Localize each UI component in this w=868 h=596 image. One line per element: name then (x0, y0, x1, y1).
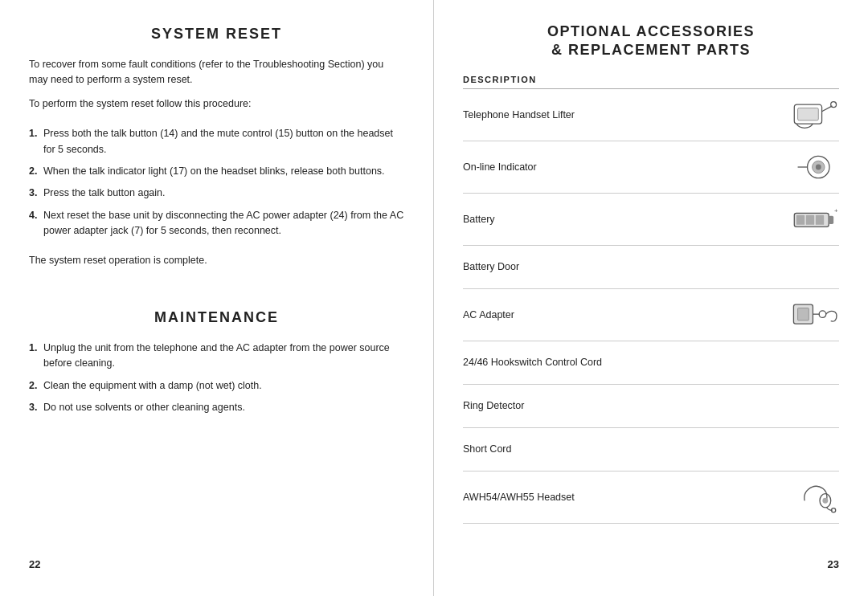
reset-step-4: 4.Next reset the base unit by disconnect… (29, 208, 404, 239)
page-container: SYSTEM RESET To recover from some fault … (0, 0, 868, 596)
svg-rect-11 (806, 215, 814, 225)
svg-text:+: + (834, 207, 838, 214)
svg-rect-9 (829, 215, 833, 223)
right-page-numbers: 22 23 (463, 534, 839, 570)
intro-p2: To perform the system reset follow this … (29, 96, 404, 112)
intro-p1: To recover from some fault conditions (r… (29, 57, 404, 88)
svg-point-6 (816, 164, 821, 169)
left-page-numbers: 22 (29, 534, 404, 570)
part-label-6: 24/46 Hookswitch Control Cord (463, 357, 775, 368)
svg-point-19 (822, 498, 828, 504)
phone-lifter-icon (775, 97, 839, 133)
online-indicator-icon (775, 149, 839, 185)
reset-step-3: 3.Press the talk button again. (29, 186, 404, 201)
headset-icon (775, 480, 839, 515)
right-column: OPTIONAL ACCESSORIES & REPLACEMENT PARTS… (434, 0, 868, 596)
part-label-5: AC Adapter (463, 309, 775, 320)
parts-row: Telephone Handset Lifter (463, 89, 839, 141)
maintenance-step-3: 3.Do not use solvents or other cleaning … (29, 400, 404, 415)
svg-rect-1 (798, 108, 819, 120)
maintenance-title: MAINTENANCE (29, 309, 404, 326)
parts-row: Battery + (463, 194, 839, 246)
part-label-2: On-line Indicator (463, 161, 775, 173)
right-page-number: 23 (828, 558, 839, 570)
description-header: DESCRIPTION (463, 75, 839, 89)
svg-rect-12 (816, 215, 824, 225)
parts-row: Ring Detector (463, 385, 839, 428)
part-label-1: Telephone Handset Lifter (463, 109, 775, 120)
svg-rect-10 (796, 215, 805, 225)
ac-adapter-icon (775, 297, 839, 333)
reset-step-2: 2.When the talk indicator light (17) on … (29, 164, 404, 179)
maintenance-step-2: 2.Clean the equipment with a damp (not w… (29, 378, 404, 394)
parts-row: Short Cord (463, 428, 839, 471)
svg-line-2 (822, 106, 833, 112)
parts-table: DESCRIPTION Telephone Handset Lifter (463, 75, 839, 524)
parts-row: 24/46 Hookswitch Control Cord (463, 341, 839, 385)
reset-step-1: 1.Press both the talk button (14) and th… (29, 126, 404, 157)
svg-rect-15 (798, 308, 809, 320)
maintenance-section: MAINTENANCE 1.Unplug the unit from the t… (29, 309, 404, 424)
part-label-7: Ring Detector (463, 400, 775, 411)
outro: The system reset operation is complete. (29, 253, 404, 268)
battery-icon: + (775, 202, 839, 237)
svg-point-17 (819, 311, 826, 318)
left-column: SYSTEM RESET To recover from some fault … (0, 0, 434, 596)
maintenance-step-1: 1.Unplug the unit from the telephone and… (29, 341, 404, 372)
maintenance-steps: 1.Unplug the unit from the telephone and… (29, 341, 404, 416)
part-label-4: Battery Door (463, 261, 775, 272)
parts-row: On-line Indicator (463, 141, 839, 194)
part-label-3: Battery (463, 214, 775, 225)
system-reset-title: SYSTEM RESET (29, 26, 404, 43)
parts-row: AC Adapter (463, 289, 839, 341)
parts-row: AWH54/AWH55 Headset (463, 471, 839, 524)
left-page-number: 22 (29, 558, 40, 570)
reset-steps: 1.Press both the talk button (14) and th… (29, 126, 404, 245)
svg-point-3 (831, 101, 837, 107)
part-label-8: Short Cord (463, 443, 775, 455)
part-label-9: AWH54/AWH55 Headset (463, 492, 775, 503)
parts-row: Battery Door (463, 246, 839, 289)
optional-accessories-title: OPTIONAL ACCESSORIES & REPLACEMENT PARTS (463, 22, 839, 60)
